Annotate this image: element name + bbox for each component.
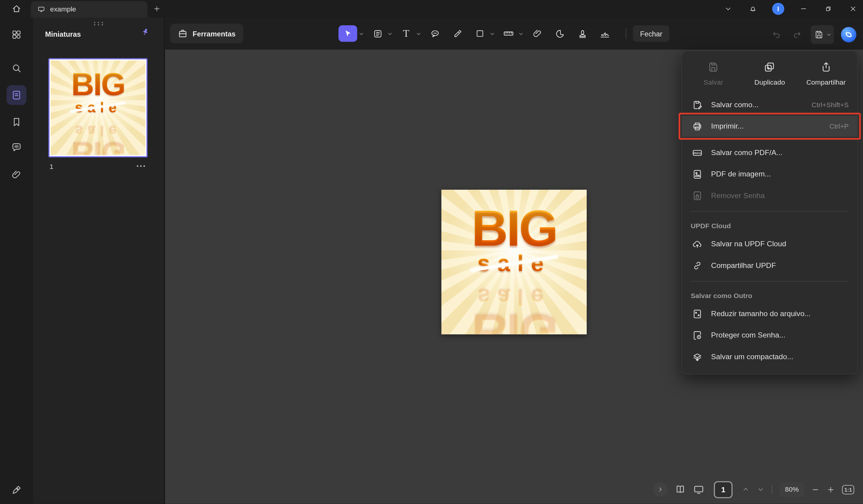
link-icon [691, 260, 704, 271]
menu-action-compartilhar[interactable]: Compartilhar [798, 61, 854, 87]
page-number-input[interactable]: 1 [714, 481, 733, 498]
expand-statusbar-button[interactable] [653, 482, 667, 496]
share-icon [819, 61, 833, 73]
tools-menu-button[interactable]: Ferramentas [170, 24, 243, 44]
avatar-initial: I [777, 5, 779, 13]
zoom-level-input[interactable]: 80% [779, 482, 804, 497]
stamp-tool-button[interactable] [574, 25, 591, 42]
status-bar: 1 80% 1:1 [653, 480, 854, 500]
page-thumbnail[interactable]: BIG sale BIG sale [49, 59, 148, 157]
attach-tool-button[interactable] [529, 25, 546, 42]
sidebar-item-thumbnails[interactable] [7, 85, 26, 105]
page-image: BIG sale BIG sale [441, 190, 587, 334]
notifications-button[interactable] [747, 3, 759, 14]
compress-file-icon [691, 308, 704, 320]
thumbnail-more-button[interactable] [137, 165, 145, 167]
menu-item-remover-senha: Remover Senha [682, 185, 858, 206]
text-tool-button[interactable]: T [398, 25, 415, 42]
pen-nib-icon [11, 484, 22, 495]
signature-tool-button[interactable] [597, 25, 613, 42]
chevron-down-icon [757, 486, 765, 493]
actual-size-button[interactable]: 1:1 [842, 485, 854, 494]
toolbar-divider [626, 28, 626, 39]
pdf-page[interactable]: BIG sale BIG sale [441, 190, 587, 334]
select-tool-button[interactable] [338, 25, 357, 42]
highlighter-tool-button[interactable] [449, 25, 465, 42]
document-tab[interactable]: example [31, 1, 147, 18]
save-icon [707, 61, 720, 73]
apps-grid-icon [11, 29, 22, 40]
one-to-one-icon: 1:1 [842, 485, 854, 494]
page-edit-tool-button[interactable] [370, 25, 386, 42]
artwork: BIG sale [51, 69, 145, 116]
menu-item-salvar-pdfa[interactable]: PDF/A Salvar como PDF/A... [682, 142, 858, 163]
menu-item-salvar-na-updf-cloud[interactable]: Salvar na UPDF Cloud [682, 233, 858, 255]
menu-item-label: Salvar como PDF/A... [711, 148, 842, 157]
menu-item-proteger-com-senha[interactable]: Proteger com Senha... [682, 325, 858, 346]
chevron-up-icon [742, 486, 750, 493]
text-tool-dropdown[interactable] [414, 25, 423, 42]
menu-item-label: Imprimir... [711, 122, 822, 130]
save-dropdown-trigger[interactable] [811, 25, 834, 44]
titlebar: example I [0, 0, 863, 17]
zoom-in-button[interactable] [827, 485, 835, 493]
menu-action-label: Compartilhar [806, 79, 846, 87]
statusbar-divider [772, 485, 772, 494]
menu-item-pdf-de-imagem[interactable]: PDF de imagem... [682, 163, 858, 184]
titlebar-right: I [723, 0, 859, 17]
pdfa-badge-icon: PDF/A [691, 147, 704, 158]
minus-icon [812, 485, 820, 493]
page-edit-dropdown[interactable] [386, 25, 394, 42]
shape-tool-dropdown[interactable] [488, 25, 496, 42]
close-window-button[interactable] [848, 3, 859, 14]
measure-tool-button[interactable] [500, 25, 517, 42]
new-tab-button[interactable] [152, 4, 162, 14]
menu-item-salvar-compactado[interactable]: Salvar um compactado... [682, 346, 858, 367]
menu-item-label: Salvar na UPDF Cloud [711, 240, 849, 248]
restore-icon [824, 5, 832, 13]
sidebar-item-edit-tools[interactable] [7, 480, 26, 500]
tab-list-button[interactable] [723, 3, 734, 14]
menu-action-duplicado[interactable]: Duplicado [741, 61, 798, 87]
menu-item-reduzir-tamanho[interactable]: Reduzir tamanho do arquivo... [682, 303, 858, 324]
close-icon [849, 5, 857, 13]
comment-tool-button[interactable] [427, 25, 443, 42]
previous-page-button[interactable] [742, 486, 750, 493]
measure-tool-dropdown[interactable] [517, 25, 525, 42]
presentation-mode-button[interactable] [693, 483, 704, 495]
signature-icon [599, 28, 611, 39]
pin-panel-button[interactable] [140, 26, 151, 38]
menu-item-compartilhar-updf[interactable]: Compartilhar UPDF [682, 255, 858, 276]
main-toolbar: Ferramentas T [164, 17, 863, 49]
artwork-line1: BIG [71, 69, 125, 101]
sidebar-item-search[interactable] [7, 59, 26, 78]
shape-tool-button[interactable] [472, 25, 488, 42]
menu-item-salvar-como[interactable]: Salvar como... Ctrl+Shift+S [682, 94, 858, 115]
sticker-tool-button[interactable] [551, 25, 568, 42]
minimize-button[interactable] [798, 3, 809, 14]
next-page-button[interactable] [757, 486, 765, 493]
panel-drag-handle[interactable] [92, 21, 104, 26]
monitor-icon [37, 5, 45, 13]
menu-action-label: Duplicado [754, 79, 785, 87]
select-tool-dropdown[interactable] [357, 25, 365, 42]
updf-logo[interactable] [841, 27, 856, 42]
sidebar-item-attachments[interactable] [7, 165, 26, 185]
tools-menu-label: Ferramentas [192, 29, 236, 38]
save-icon [813, 26, 825, 43]
menu-item-label: Proteger com Senha... [711, 331, 849, 339]
sidebar-item-tools[interactable] [7, 25, 26, 44]
sidebar-item-bookmarks[interactable] [7, 112, 26, 132]
menu-item-imprimir[interactable]: Imprimir... Ctrl+P [682, 116, 858, 137]
home-button[interactable] [9, 3, 24, 15]
undo-button [770, 26, 783, 43]
page-layout-icon [373, 28, 383, 39]
close-tools-button[interactable]: Fechar [633, 25, 669, 42]
restore-button[interactable] [823, 3, 834, 14]
image-file-icon [691, 169, 704, 180]
sidebar-item-comments[interactable] [7, 138, 26, 157]
zoom-out-button[interactable] [812, 485, 820, 493]
menu-divider [691, 281, 849, 282]
account-avatar[interactable]: I [772, 3, 784, 15]
reading-mode-button[interactable] [675, 484, 686, 495]
